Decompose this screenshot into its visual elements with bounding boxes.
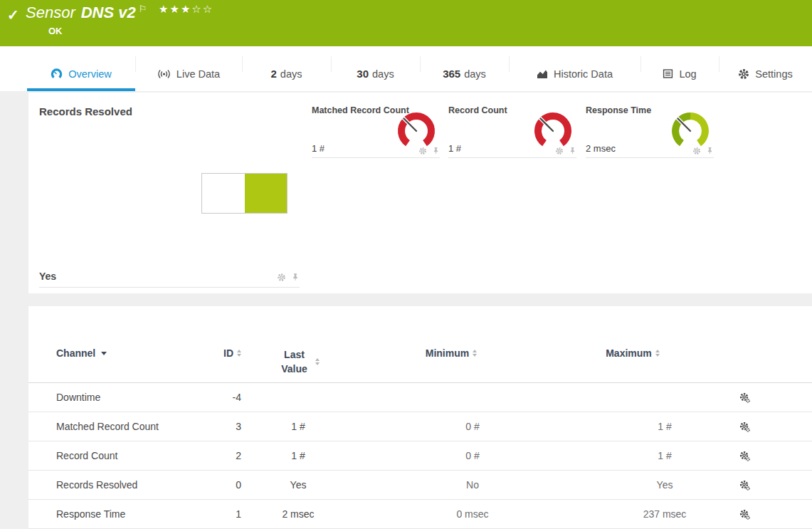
channel-settings-button[interactable] — [739, 421, 812, 432]
dropdown-caret-icon — [101, 352, 107, 355]
table-row[interactable]: Downtime-4 — [28, 383, 812, 412]
status-badge: OK — [48, 26, 63, 36]
cell-id: -4 — [199, 392, 241, 403]
channel-gear-icon — [739, 480, 750, 491]
gauge-panel-record-count: Record Count 1 # — [448, 105, 576, 158]
channel-table-body: Downtime-4Matched Record Count31 #0 #1 #… — [28, 383, 812, 529]
gauge-value: 1 # — [312, 143, 325, 154]
status-check-icon: ✓ — [7, 6, 19, 23]
channel-settings-button[interactable] — [739, 509, 812, 520]
tab-label: Log — [679, 68, 696, 80]
tab-label: Historic Data — [554, 68, 613, 80]
cell-channel: Response Time — [56, 508, 199, 520]
sensor-page: ✓ SensorDNS v2⚐ ★★★☆☆ OK Overview Live D… — [0, 0, 812, 529]
gear-icon[interactable] — [277, 273, 286, 282]
tab-30-days[interactable]: 30 days — [331, 46, 420, 91]
column-header-channel[interactable]: Channel — [56, 347, 199, 359]
column-header-id[interactable]: ID — [199, 347, 241, 359]
channel-gear-icon — [739, 451, 750, 461]
tab-number: 2 — [271, 68, 277, 80]
tab-number: 30 — [357, 68, 369, 80]
channel-gear-icon — [739, 509, 750, 520]
gauge-panel-matched-record-count: Matched Record Count 1 # — [312, 105, 440, 158]
cell-minimum: 0 msec — [355, 508, 590, 520]
records-resolved-value: Yes — [39, 271, 56, 282]
title-prefix: Sensor — [26, 4, 75, 21]
sort-icon — [315, 358, 320, 365]
live-signal-icon — [157, 68, 171, 80]
pin-icon[interactable] — [432, 146, 440, 155]
cell-last-value: 1 # — [241, 421, 355, 432]
sort-icon — [473, 350, 477, 357]
tab-bar: Overview Live Data 2 days 30 days 365 da… — [0, 46, 812, 91]
gauge-panel-response-time: Response Time 2 msec — [586, 105, 714, 158]
tab-live-data[interactable]: Live Data — [135, 46, 242, 91]
gear-icon[interactable] — [692, 147, 701, 155]
tab-label: Overview — [68, 68, 111, 80]
records-resolved-title: Records Resolved — [39, 105, 132, 117]
chart-icon — [537, 68, 548, 79]
channel-settings-button[interactable] — [739, 480, 812, 491]
tab-365-days[interactable]: 365 days — [420, 46, 509, 91]
cell-last-value: Yes — [241, 479, 355, 491]
channel-gear-icon — [739, 392, 750, 403]
table-row[interactable]: Record Count21 #0 #1 # — [28, 441, 812, 471]
flag-icon[interactable]: ⚐ — [139, 4, 147, 14]
cell-minimum: 0 # — [355, 421, 590, 432]
cell-id: 2 — [199, 450, 241, 461]
tab-overview[interactable]: Overview — [27, 46, 135, 91]
tab-label: days — [372, 68, 394, 80]
gear-icon[interactable] — [555, 147, 564, 155]
gear-icon — [738, 68, 749, 80]
column-header-maximum[interactable]: Maximum — [558, 347, 707, 359]
cell-channel: Downtime — [56, 392, 199, 403]
table-header-row: Channel ID Last Value Minimum Maximum — [28, 306, 812, 383]
gauge-value: 2 msec — [586, 143, 616, 154]
cell-minimum: No — [355, 479, 590, 491]
column-label: Minimum — [426, 347, 469, 359]
cell-minimum: 0 # — [355, 450, 590, 461]
column-header-minimum[interactable]: Minimum — [334, 347, 569, 359]
pin-icon[interactable] — [706, 146, 714, 155]
tab-settings[interactable]: Settings — [719, 46, 812, 91]
channel-gear-icon — [739, 421, 750, 432]
gauge-value: 1 # — [448, 143, 461, 154]
overview-panel: Records Resolved Yes Matched Record Coun… — [28, 93, 812, 293]
cell-id: 0 — [199, 479, 241, 491]
gauge-icon — [51, 68, 63, 80]
cell-maximum: 1 # — [590, 450, 739, 461]
sort-icon — [655, 350, 660, 357]
tab-historic-data[interactable]: Historic Data — [509, 46, 640, 91]
channel-settings-button[interactable] — [739, 451, 812, 461]
column-label: Maximum — [606, 347, 652, 359]
tab-2-days[interactable]: 2 days — [242, 46, 331, 91]
gear-icon[interactable] — [418, 147, 427, 155]
cell-maximum: 237 msec — [590, 508, 739, 520]
pin-icon[interactable] — [569, 146, 576, 155]
cell-maximum: Yes — [590, 479, 739, 491]
pin-icon[interactable] — [291, 272, 300, 282]
chart-green-segment — [245, 174, 288, 213]
sensor-name: DNS v2 — [81, 4, 136, 21]
table-row[interactable]: Records Resolved0YesNoYes — [28, 471, 812, 500]
column-label: Last Value — [278, 347, 312, 376]
channel-settings-button[interactable] — [739, 392, 812, 403]
channel-table-panel: Channel ID Last Value Minimum Maximum Do… — [28, 306, 812, 529]
app-header: ✓ SensorDNS v2⚐ ★★★☆☆ OK — [0, 0, 812, 46]
tab-number: 365 — [443, 68, 460, 80]
table-row[interactable]: Response Time12 msec0 msec237 msec — [28, 500, 812, 529]
column-label: Channel — [56, 347, 95, 359]
priority-stars[interactable]: ★★★☆☆ — [159, 3, 213, 16]
table-row[interactable]: Matched Record Count31 #0 #1 # — [28, 412, 812, 441]
cell-maximum: 1 # — [590, 421, 739, 432]
cell-channel: Record Count — [56, 450, 199, 461]
tab-label: Settings — [755, 68, 792, 80]
cell-id: 1 — [199, 508, 241, 520]
cell-last-value: 1 # — [241, 450, 355, 461]
page-title: SensorDNS v2⚐ — [26, 4, 147, 22]
cell-id: 3 — [199, 421, 241, 432]
log-icon — [663, 68, 673, 79]
cell-channel: Records Resolved — [56, 479, 199, 491]
cell-last-value: 2 msec — [241, 508, 355, 520]
tab-log[interactable]: Log — [640, 46, 719, 91]
